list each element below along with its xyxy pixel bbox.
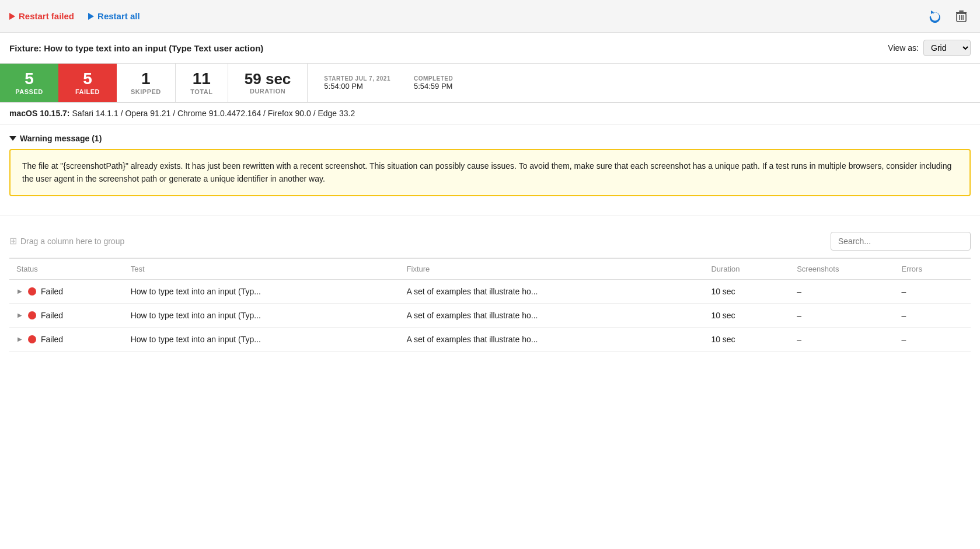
row-errors: – (895, 327, 971, 351)
table-toolbar: ⊞ Drag a column here to group (9, 225, 971, 258)
row-duration: 10 sec (704, 279, 790, 303)
drag-hint-text: Drag a column here to group (20, 237, 124, 246)
section-separator (0, 215, 980, 216)
expand-row-button[interactable]: ▶ (16, 311, 23, 319)
failed-count: 5 (83, 71, 92, 87)
status-dot (28, 287, 36, 296)
os-bar: macOS 10.15.7: Safari 14.1.1 / Opera 91.… (0, 103, 980, 124)
total-count: 11 (193, 71, 211, 87)
col-errors: Errors (895, 258, 971, 279)
table-header-row: Status Test Fixture Duration Screenshots… (9, 258, 971, 279)
restart-all-button[interactable]: Restart all (88, 11, 140, 21)
row-status: Failed (41, 287, 63, 296)
toolbar-right (925, 6, 971, 26)
stat-duration: 59 sec DURATION (228, 64, 308, 102)
status-dot (28, 335, 36, 343)
restart-failed-icon (9, 13, 15, 20)
stat-times: STARTED JUL 7, 2021 5:54:00 PM COMPLETED… (308, 64, 469, 102)
stat-passed: 5 PASSED (0, 64, 58, 102)
trash-icon (955, 10, 967, 23)
expand-row-button[interactable]: ▶ (16, 287, 23, 296)
os-label: macOS 10.15.7: (9, 109, 70, 118)
row-screenshots: – (790, 303, 894, 327)
row-test: How to type text into an input (Typ... (124, 279, 400, 303)
table-row: ▶ Failed How to type text into an input … (9, 279, 971, 303)
row-screenshots: – (790, 327, 894, 351)
row-fixture: A set of examples that illustrate ho... (400, 327, 705, 351)
row-duration: 10 sec (704, 303, 790, 327)
duration-label: DURATION (250, 88, 285, 95)
restart-failed-button[interactable]: Restart failed (9, 11, 74, 21)
completed-time: 5:54:59 PM (414, 82, 453, 91)
row-test: How to type text into an input (Typ... (124, 327, 400, 351)
reload-icon-button[interactable] (925, 6, 945, 26)
status-dot (28, 311, 36, 319)
browsers-list: Safari 14.1.1 / Opera 91.21 / Chrome 91.… (72, 109, 355, 118)
row-fixture: A set of examples that illustrate ho... (400, 279, 705, 303)
page-content: Fixture: How to type text into an input … (0, 33, 980, 549)
restart-failed-label: Restart failed (19, 11, 74, 21)
fixture-header: Fixture: How to type text into an input … (0, 33, 980, 64)
table-row: ▶ Failed How to type text into an input … (9, 303, 971, 327)
row-errors: – (895, 279, 971, 303)
toolbar-left: Restart failed Restart all (9, 11, 140, 21)
row-test: How to type text into an input (Typ... (124, 303, 400, 327)
warning-header-toggle[interactable]: Warning message (1) (9, 134, 971, 143)
failed-label: FAILED (75, 88, 100, 95)
col-status: Status (9, 258, 124, 279)
fixture-title: Fixture: How to type text into an input … (9, 43, 263, 53)
results-table: Status Test Fixture Duration Screenshots… (9, 258, 971, 352)
row-status-cell: ▶ Failed (9, 279, 124, 303)
row-screenshots: – (790, 279, 894, 303)
started-time: 5:54:00 PM (324, 82, 390, 91)
col-test: Test (124, 258, 400, 279)
stat-skipped: 1 SKIPPED (117, 64, 176, 102)
collapse-icon (9, 136, 16, 141)
svg-marker-0 (931, 11, 934, 14)
row-status: Failed (41, 335, 63, 344)
stats-bar: 5 PASSED 5 FAILED 1 SKIPPED 11 TOTAL 59 … (0, 64, 980, 103)
row-fixture: A set of examples that illustrate ho... (400, 303, 705, 327)
view-as-control: View as: Grid List (888, 40, 971, 56)
col-duration: Duration (704, 258, 790, 279)
row-status-cell: ▶ Failed (9, 303, 124, 327)
drag-icon: ⊞ (9, 235, 17, 246)
started-block: STARTED JUL 7, 2021 5:54:00 PM (324, 75, 390, 91)
completed-block: COMPLETED 5:54:59 PM (414, 75, 453, 91)
passed-label: PASSED (15, 88, 43, 95)
drag-column-hint: ⊞ Drag a column here to group (9, 235, 124, 246)
warning-header-text: Warning message (1) (20, 134, 102, 143)
duration-value: 59 sec (245, 71, 291, 86)
warning-box: The file at "{screenshotPath}" already e… (9, 149, 971, 196)
reload-icon (929, 10, 941, 23)
row-status-cell: ▶ Failed (9, 327, 124, 351)
stat-total: 11 TOTAL (176, 64, 228, 102)
view-as-select[interactable]: Grid List (923, 40, 971, 56)
col-screenshots: Screenshots (790, 258, 894, 279)
row-errors: – (895, 303, 971, 327)
restart-all-label: Restart all (97, 11, 140, 21)
table-section: ⊞ Drag a column here to group Status Tes… (0, 225, 980, 352)
started-label: STARTED JUL 7, 2021 (324, 75, 390, 82)
completed-label: COMPLETED (414, 75, 453, 82)
total-label: TOTAL (190, 88, 212, 95)
passed-count: 5 (25, 71, 34, 87)
table-row: ▶ Failed How to type text into an input … (9, 327, 971, 351)
row-duration: 10 sec (704, 327, 790, 351)
search-input[interactable] (831, 232, 971, 251)
toolbar: Restart failed Restart all (0, 0, 980, 33)
delete-icon-button[interactable] (952, 6, 971, 26)
expand-row-button[interactable]: ▶ (16, 335, 23, 343)
warning-message: The file at "{screenshotPath}" already e… (22, 161, 951, 183)
row-status: Failed (41, 311, 63, 320)
col-fixture: Fixture (400, 258, 705, 279)
svg-rect-2 (959, 11, 964, 12)
skipped-count: 1 (141, 71, 151, 87)
warning-section: Warning message (1) The file at "{screen… (0, 124, 980, 206)
view-as-label: View as: (888, 43, 919, 53)
stat-failed: 5 FAILED (58, 64, 117, 102)
restart-all-icon (88, 13, 94, 20)
skipped-label: SKIPPED (131, 88, 161, 95)
